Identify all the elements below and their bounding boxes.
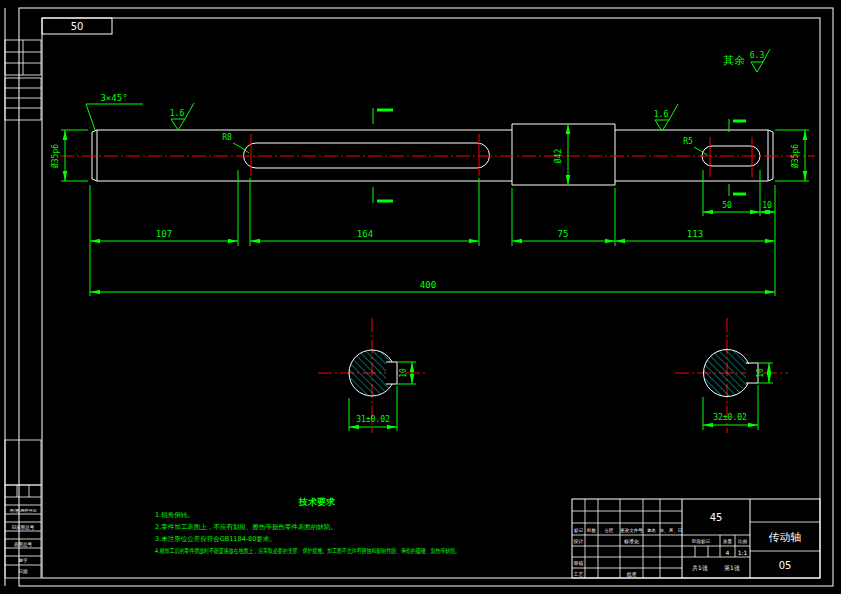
shaft-outline (92, 124, 773, 185)
scale-value: 1:1 (738, 549, 748, 556)
strip-row-date: 日期 (19, 569, 29, 574)
dim-113: 113 (687, 229, 703, 239)
length-dimensions: 107 164 75 113 400 50 10 (90, 170, 775, 296)
cad-drawing-canvas: 50 借(通)用件登记 旧底图总号 底图总号 签字 日期 其余 6.3 (0, 0, 841, 594)
roughness-2-value: 1.6 (654, 110, 669, 119)
dim-50: 50 (722, 201, 732, 210)
th-docno: 更改文件号 (620, 527, 643, 533)
strip-row-reuse: 借(通)用件登记 (9, 508, 36, 513)
drawing-sheet: 50 借(通)用件登记 旧底图总号 底图总号 签字 日期 其余 6.3 (0, 0, 841, 594)
technical-requirements: 技术要求 1.锐角倒钝。 2.零件加工表面上，不应有划痕、擦伤等损伤零件表面的缺… (155, 497, 460, 555)
th-sign: 签名 (647, 528, 656, 533)
diameter-dimensions: Ø35p6 Ø42 Ø35p6 (50, 124, 809, 185)
role-process: 工艺 (574, 571, 584, 577)
dia-middle-label: Ø42 (553, 149, 563, 164)
keyway-notch (386, 362, 397, 384)
dim-107: 107 (156, 229, 172, 239)
section-right-width: 10 (756, 368, 765, 378)
material-value: 45 (710, 512, 723, 523)
dia-right-label: Ø35p6 (790, 144, 800, 168)
dia-left-label: Ø35p6 (50, 144, 60, 168)
general-roughness-value: 6.3 (750, 51, 765, 60)
sheet-total: 共1张 (692, 564, 708, 572)
keyway1-radius-label: R8 (222, 133, 232, 142)
tech-req-item-4: 4.精加工后的零件摆放时不能直接放在地面上，应采取必要的支撑、保护措施。加工面不… (155, 547, 460, 555)
cross-section-right: 10 32±0.02 (675, 318, 788, 433)
centerlines (60, 134, 815, 177)
section-left-width: 10 (399, 368, 408, 378)
strip-row-old-no: 旧底图总号 (12, 524, 35, 530)
cross-section-left: 10 31±0.02 (318, 318, 428, 433)
stage-header: 阶段标记 (692, 538, 711, 545)
weight-value: 4 (726, 549, 730, 556)
drawing-number: 05 (779, 560, 792, 571)
tech-req-item-3: 3.未注形位公差应符合GB1184-80要求。 (155, 535, 276, 543)
tech-req-item-2: 2.零件加工表面上，不应有划痕、擦伤等损伤零件表面的缺陷。 (155, 523, 337, 531)
dim-164: 164 (357, 229, 373, 239)
section-left-depth: 31±0.02 (356, 415, 390, 424)
th-count: 处数 (587, 527, 597, 533)
role-standard: 标准化 (623, 538, 639, 545)
role-check: 审核 (574, 560, 584, 566)
section-circle (704, 350, 751, 397)
tech-req-item-1: 1.锐角倒钝。 (155, 511, 194, 519)
strip-row-sign: 签字 (19, 558, 29, 563)
chamfer-label: 3×45° (100, 93, 127, 103)
left-margin-strip: 借(通)用件登记 旧底图总号 底图总号 签字 日期 (5, 40, 41, 578)
roughness-1-value: 1.6 (170, 109, 185, 118)
section-right-depth: 32±0.02 (713, 413, 747, 422)
th-mark: 标记 (573, 527, 584, 534)
scale-header: 比例 (738, 539, 748, 545)
title-block: 标记 处数 分区 更改文件号 签名 年、月、日 设计 标准化 审核 工艺 批准 … (572, 499, 820, 578)
general-roughness-note: 其余 6.3 (723, 49, 770, 72)
strip-row-no: 底图总号 (14, 542, 33, 547)
dim-75: 75 (558, 229, 569, 239)
margin-box-label: 50 (71, 21, 84, 32)
dim-10: 10 (762, 201, 772, 210)
sheet-no: 第1张 (724, 564, 740, 572)
role-approve: 批准 (627, 571, 637, 578)
dim-400: 400 (420, 280, 436, 290)
keyway2-radius-label: R5 (683, 137, 693, 146)
roughness-prefix-label: 其余 (723, 54, 745, 67)
part-name: 传动轴 (769, 531, 802, 544)
role-design: 设计 (573, 538, 584, 544)
tech-req-title: 技术要求 (298, 497, 336, 507)
th-date: 年、月、日 (660, 528, 683, 533)
th-zone: 分区 (605, 527, 615, 533)
weight-header: 质量 (723, 539, 733, 544)
